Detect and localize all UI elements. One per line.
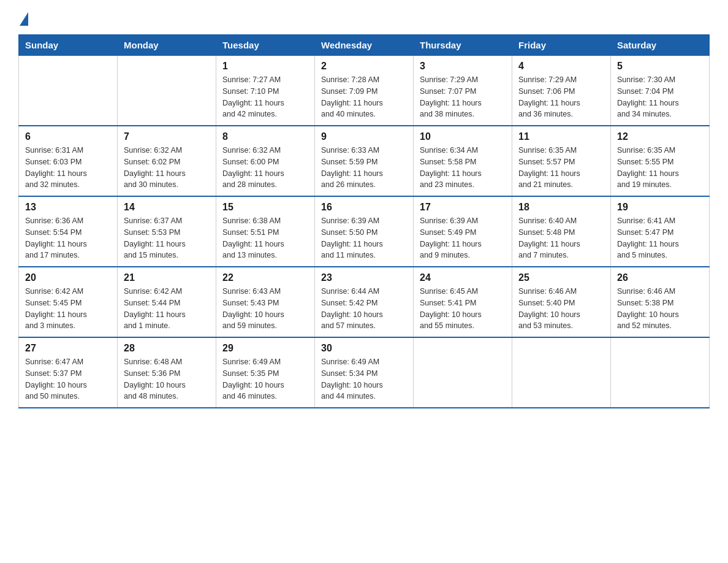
day-number: 16 [321, 202, 407, 213]
day-number: 30 [321, 343, 407, 354]
day-info: Sunrise: 6:46 AM Sunset: 5:38 PM Dayligh… [617, 286, 703, 332]
calendar-cell: 30Sunrise: 6:49 AM Sunset: 5:34 PM Dayli… [315, 337, 414, 408]
column-header-sunday: Sunday [19, 35, 118, 56]
day-info: Sunrise: 6:39 AM Sunset: 5:49 PM Dayligh… [420, 215, 506, 261]
calendar-cell [118, 56, 216, 126]
day-info: Sunrise: 6:47 AM Sunset: 5:37 PM Dayligh… [25, 356, 111, 402]
calendar-cell [611, 337, 710, 408]
day-number: 8 [222, 131, 308, 142]
calendar-cell: 1Sunrise: 7:27 AM Sunset: 7:10 PM Daylig… [216, 56, 315, 126]
day-info: Sunrise: 6:44 AM Sunset: 5:42 PM Dayligh… [321, 286, 407, 332]
calendar-cell: 18Sunrise: 6:40 AM Sunset: 5:48 PM Dayli… [512, 196, 611, 267]
calendar-cell: 27Sunrise: 6:47 AM Sunset: 5:37 PM Dayli… [19, 337, 118, 408]
calendar-cell: 9Sunrise: 6:33 AM Sunset: 5:59 PM Daylig… [315, 126, 414, 196]
calendar-cell: 10Sunrise: 6:34 AM Sunset: 5:58 PM Dayli… [414, 126, 512, 196]
day-number: 23 [321, 272, 407, 283]
calendar-cell: 29Sunrise: 6:49 AM Sunset: 5:35 PM Dayli… [216, 337, 315, 408]
day-number: 1 [222, 61, 308, 72]
day-info: Sunrise: 7:29 AM Sunset: 7:07 PM Dayligh… [420, 74, 506, 120]
calendar-cell: 7Sunrise: 6:32 AM Sunset: 6:02 PM Daylig… [118, 126, 216, 196]
calendar-cell: 3Sunrise: 7:29 AM Sunset: 7:07 PM Daylig… [414, 56, 512, 126]
calendar-cell: 15Sunrise: 6:38 AM Sunset: 5:51 PM Dayli… [216, 196, 315, 267]
calendar-week-row: 6Sunrise: 6:31 AM Sunset: 6:03 PM Daylig… [19, 126, 710, 196]
calendar-cell: 19Sunrise: 6:41 AM Sunset: 5:47 PM Dayli… [611, 196, 710, 267]
day-number: 28 [124, 343, 210, 354]
day-number: 19 [617, 202, 703, 213]
calendar-cell: 28Sunrise: 6:48 AM Sunset: 5:36 PM Dayli… [118, 337, 216, 408]
day-info: Sunrise: 6:36 AM Sunset: 5:54 PM Dayligh… [25, 215, 111, 261]
column-header-wednesday: Wednesday [315, 35, 414, 56]
day-info: Sunrise: 6:39 AM Sunset: 5:50 PM Dayligh… [321, 215, 407, 261]
day-number: 3 [420, 61, 506, 72]
day-info: Sunrise: 6:32 AM Sunset: 6:02 PM Dayligh… [124, 145, 210, 191]
day-number: 5 [617, 61, 703, 72]
calendar-cell [19, 56, 118, 126]
calendar-week-row: 27Sunrise: 6:47 AM Sunset: 5:37 PM Dayli… [19, 337, 710, 408]
day-info: Sunrise: 7:27 AM Sunset: 7:10 PM Dayligh… [222, 74, 308, 120]
day-info: Sunrise: 6:42 AM Sunset: 5:45 PM Dayligh… [25, 286, 111, 332]
day-info: Sunrise: 6:43 AM Sunset: 5:43 PM Dayligh… [222, 286, 308, 332]
calendar-cell: 21Sunrise: 6:42 AM Sunset: 5:44 PM Dayli… [118, 267, 216, 337]
calendar-cell: 4Sunrise: 7:29 AM Sunset: 7:06 PM Daylig… [512, 56, 611, 126]
day-number: 12 [617, 131, 703, 142]
day-number: 18 [518, 202, 604, 213]
day-info: Sunrise: 6:31 AM Sunset: 6:03 PM Dayligh… [25, 145, 111, 191]
calendar-cell: 6Sunrise: 6:31 AM Sunset: 6:03 PM Daylig… [19, 126, 118, 196]
calendar-cell: 25Sunrise: 6:46 AM Sunset: 5:40 PM Dayli… [512, 267, 611, 337]
day-number: 15 [222, 202, 308, 213]
calendar-week-row: 1Sunrise: 7:27 AM Sunset: 7:10 PM Daylig… [19, 56, 710, 126]
column-header-saturday: Saturday [611, 35, 710, 56]
day-number: 10 [420, 131, 506, 142]
calendar-cell: 12Sunrise: 6:35 AM Sunset: 5:55 PM Dayli… [611, 126, 710, 196]
day-info: Sunrise: 6:35 AM Sunset: 5:57 PM Dayligh… [518, 145, 604, 191]
day-number: 9 [321, 131, 407, 142]
day-number: 17 [420, 202, 506, 213]
day-number: 14 [124, 202, 210, 213]
day-info: Sunrise: 7:30 AM Sunset: 7:04 PM Dayligh… [617, 74, 703, 120]
day-number: 7 [124, 131, 210, 142]
logo-triangle-icon [20, 12, 28, 26]
column-header-tuesday: Tuesday [216, 35, 315, 56]
calendar-cell [512, 337, 611, 408]
calendar-cell: 20Sunrise: 6:42 AM Sunset: 5:45 PM Dayli… [19, 267, 118, 337]
calendar-cell: 17Sunrise: 6:39 AM Sunset: 5:49 PM Dayli… [414, 196, 512, 267]
day-info: Sunrise: 6:38 AM Sunset: 5:51 PM Dayligh… [222, 215, 308, 261]
day-info: Sunrise: 6:46 AM Sunset: 5:40 PM Dayligh… [518, 286, 604, 332]
day-number: 13 [25, 202, 111, 213]
day-number: 29 [222, 343, 308, 354]
day-info: Sunrise: 6:45 AM Sunset: 5:41 PM Dayligh… [420, 286, 506, 332]
calendar-cell: 2Sunrise: 7:28 AM Sunset: 7:09 PM Daylig… [315, 56, 414, 126]
day-number: 25 [518, 272, 604, 283]
calendar-cell: 13Sunrise: 6:36 AM Sunset: 5:54 PM Dayli… [19, 196, 118, 267]
day-info: Sunrise: 7:29 AM Sunset: 7:06 PM Dayligh… [518, 74, 604, 120]
day-info: Sunrise: 6:34 AM Sunset: 5:58 PM Dayligh… [420, 145, 506, 191]
calendar-week-row: 20Sunrise: 6:42 AM Sunset: 5:45 PM Dayli… [19, 267, 710, 337]
day-info: Sunrise: 6:40 AM Sunset: 5:48 PM Dayligh… [518, 215, 604, 261]
day-number: 22 [222, 272, 308, 283]
day-number: 6 [25, 131, 111, 142]
calendar-cell: 23Sunrise: 6:44 AM Sunset: 5:42 PM Dayli… [315, 267, 414, 337]
calendar-cell: 14Sunrise: 6:37 AM Sunset: 5:53 PM Dayli… [118, 196, 216, 267]
day-info: Sunrise: 6:33 AM Sunset: 5:59 PM Dayligh… [321, 145, 407, 191]
day-number: 11 [518, 131, 604, 142]
day-number: 21 [124, 272, 210, 283]
day-info: Sunrise: 6:49 AM Sunset: 5:35 PM Dayligh… [222, 356, 308, 402]
calendar-cell: 26Sunrise: 6:46 AM Sunset: 5:38 PM Dayli… [611, 267, 710, 337]
day-info: Sunrise: 6:48 AM Sunset: 5:36 PM Dayligh… [124, 356, 210, 402]
day-number: 2 [321, 61, 407, 72]
day-info: Sunrise: 6:41 AM Sunset: 5:47 PM Dayligh… [617, 215, 703, 261]
day-info: Sunrise: 7:28 AM Sunset: 7:09 PM Dayligh… [321, 74, 407, 120]
day-number: 4 [518, 61, 604, 72]
day-info: Sunrise: 6:37 AM Sunset: 5:53 PM Dayligh… [124, 215, 210, 261]
column-header-thursday: Thursday [414, 35, 512, 56]
day-info: Sunrise: 6:42 AM Sunset: 5:44 PM Dayligh… [124, 286, 210, 332]
calendar-header-row: SundayMondayTuesdayWednesdayThursdayFrid… [19, 35, 710, 56]
calendar-cell: 8Sunrise: 6:32 AM Sunset: 6:00 PM Daylig… [216, 126, 315, 196]
day-number: 20 [25, 272, 111, 283]
calendar-cell [414, 337, 512, 408]
calendar-table: SundayMondayTuesdayWednesdayThursdayFrid… [18, 34, 710, 408]
calendar-cell: 24Sunrise: 6:45 AM Sunset: 5:41 PM Dayli… [414, 267, 512, 337]
calendar-cell: 22Sunrise: 6:43 AM Sunset: 5:43 PM Dayli… [216, 267, 315, 337]
day-number: 24 [420, 272, 506, 283]
calendar-cell: 5Sunrise: 7:30 AM Sunset: 7:04 PM Daylig… [611, 56, 710, 126]
